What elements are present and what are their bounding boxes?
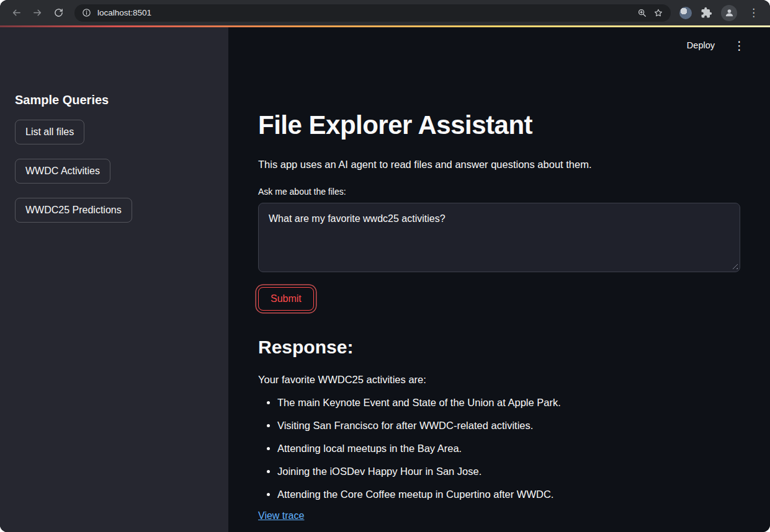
app-header: Deploy ⋮: [258, 27, 748, 63]
zoom-icon[interactable]: [637, 8, 647, 18]
app-menu-button[interactable]: ⋮: [731, 40, 748, 51]
deploy-button[interactable]: Deploy: [683, 40, 719, 51]
main-content: Deploy ⋮ File Explorer Assistant This ap…: [228, 27, 770, 532]
response-item: Visiting San Francisco for after WWDC-re…: [277, 419, 740, 433]
sample-query-button-list-all-files[interactable]: List all files: [15, 120, 84, 144]
extension-badge-icon[interactable]: [679, 7, 692, 19]
extensions-puzzle-icon[interactable]: [701, 7, 712, 19]
response-intro: Your favorite WWDC25 activities are:: [258, 374, 740, 386]
bookmark-star-icon[interactable]: [653, 8, 663, 18]
sample-query-button-wwdc25-predictions[interactable]: WWDC25 Predictions: [15, 198, 132, 223]
toolbar-right-cluster: ⋮: [677, 5, 764, 21]
page-title: File Explorer Assistant: [258, 110, 740, 140]
site-info-icon[interactable]: [82, 8, 91, 17]
app-description: This app uses an AI agent to read files …: [258, 159, 740, 171]
submit-button[interactable]: Submit: [258, 287, 314, 311]
response-list: The main Keynote Event and State of the …: [258, 396, 740, 502]
question-textarea[interactable]: What are my favorite wwdc25 activities?: [258, 203, 740, 272]
url-bar[interactable]: localhost:8501: [74, 4, 671, 22]
profile-avatar[interactable]: [721, 5, 737, 21]
response-item: The main Keynote Event and State of the …: [277, 396, 740, 410]
response-item: Attending local meetups in the Bay Area.: [277, 441, 740, 456]
streamlit-app: Sample Queries List all files WWDC Activ…: [0, 27, 770, 532]
browser-window: localhost:8501 ⋮ Sample Queries: [0, 0, 770, 532]
sidebar-title: Sample Queries: [15, 93, 213, 107]
sidebar: Sample Queries List all files WWDC Activ…: [0, 27, 228, 532]
response-item: Attending the Core Coffee meetup in Cupe…: [277, 487, 740, 502]
forward-arrow-icon: [32, 7, 43, 18]
textarea-wrapper: What are my favorite wwdc25 activities?: [258, 203, 740, 272]
url-text[interactable]: localhost:8501: [97, 8, 631, 17]
reload-icon: [53, 7, 64, 18]
reload-button[interactable]: [48, 3, 68, 23]
back-arrow-icon: [11, 7, 22, 18]
back-button[interactable]: [6, 3, 26, 23]
sample-query-button-wwdc-activities[interactable]: WWDC Activities: [15, 159, 110, 184]
browser-toolbar: localhost:8501 ⋮: [0, 0, 770, 25]
input-label: Ask me about the files:: [258, 187, 740, 197]
response-item: Joining the iOSDev Happy Hour in San Jos…: [277, 464, 740, 479]
forward-button[interactable]: [27, 3, 47, 23]
response-heading: Response:: [258, 337, 740, 358]
view-trace-link[interactable]: View trace: [258, 510, 304, 521]
browser-menu-button[interactable]: ⋮: [746, 7, 761, 18]
